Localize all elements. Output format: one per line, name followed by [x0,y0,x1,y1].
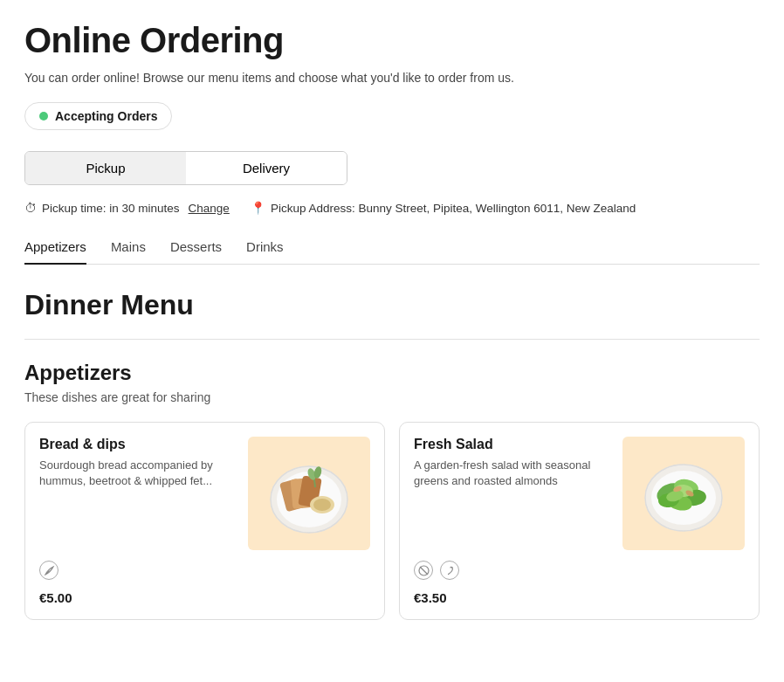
change-link[interactable]: Change [189,202,230,215]
card-desc: Sourdough bread accompanied by hummus, b… [39,458,237,489]
menu-card-bread-dips[interactable]: Bread & dips Sourdough bread accompanied… [24,422,385,620]
pickup-tab[interactable]: Pickup [25,152,186,184]
card-image-salad [622,437,745,550]
leaf-diet-icon [39,561,58,580]
status-dot [39,112,48,121]
card-image-bread [248,437,370,550]
card-name: Bread & dips [39,437,237,452]
chili-icon [440,561,459,580]
salad-image-svg [636,445,732,541]
svg-line-25 [420,567,428,575]
location-icon: 📍 [251,201,265,215]
accepting-orders-badge: Accepting Orders [24,102,172,130]
card-price-salad: €3.50 [414,590,745,605]
card-price: €5.00 [39,590,370,605]
menu-section-title: Dinner Menu [24,289,760,321]
nav-desserts[interactable]: Desserts [170,239,222,265]
pickup-address-info: 📍 Pickup Address: Bunny Street, Pipitea,… [251,201,636,215]
card-desc-salad: A garden-fresh salad with seasonal green… [414,458,612,489]
category-title-appetizers: Appetizers [24,361,760,385]
card-text-salad: Fresh Salad A garden-fresh salad with se… [414,437,612,489]
no-gluten-icon [414,561,433,580]
order-info-bar: ⏱ Pickup time: in 30 minutes Change 📍 Pi… [24,201,760,215]
order-type-selector: Pickup Delivery [24,151,347,185]
card-top: Bread & dips Sourdough bread accompanied… [39,437,370,550]
card-diet-icons-salad [414,561,745,580]
items-grid: Bread & dips Sourdough bread accompanied… [24,422,760,620]
menu-card-fresh-salad[interactable]: Fresh Salad A garden-fresh salad with se… [399,422,760,620]
nav-drinks[interactable]: Drinks [246,239,284,265]
page-title: Online Ordering [24,21,760,60]
page-subtitle: You can order online! Browse our menu it… [24,71,760,85]
nav-mains[interactable]: Mains [111,239,146,265]
delivery-tab[interactable]: Delivery [186,152,347,184]
pickup-address-label: Pickup Address: Bunny Street, Pipitea, W… [271,202,636,215]
card-diet-icons [39,561,370,580]
status-label: Accepting Orders [55,109,157,123]
card-name-salad: Fresh Salad [414,437,612,452]
category-description-appetizers: These dishes are great for sharing [24,390,760,404]
pickup-time-info: ⏱ Pickup time: in 30 minutes Change [24,201,230,215]
svg-point-7 [313,499,331,511]
menu-nav: Appetizers Mains Desserts Drinks [24,239,760,265]
clock-icon: ⏱ [24,201,37,215]
bread-image-svg [261,445,357,541]
pickup-time-label: Pickup time: in 30 minutes [42,202,180,215]
card-top-salad: Fresh Salad A garden-fresh salad with se… [414,437,745,550]
card-text: Bread & dips Sourdough bread accompanied… [39,437,237,489]
section-divider [24,339,760,340]
nav-appetizers[interactable]: Appetizers [24,239,86,265]
